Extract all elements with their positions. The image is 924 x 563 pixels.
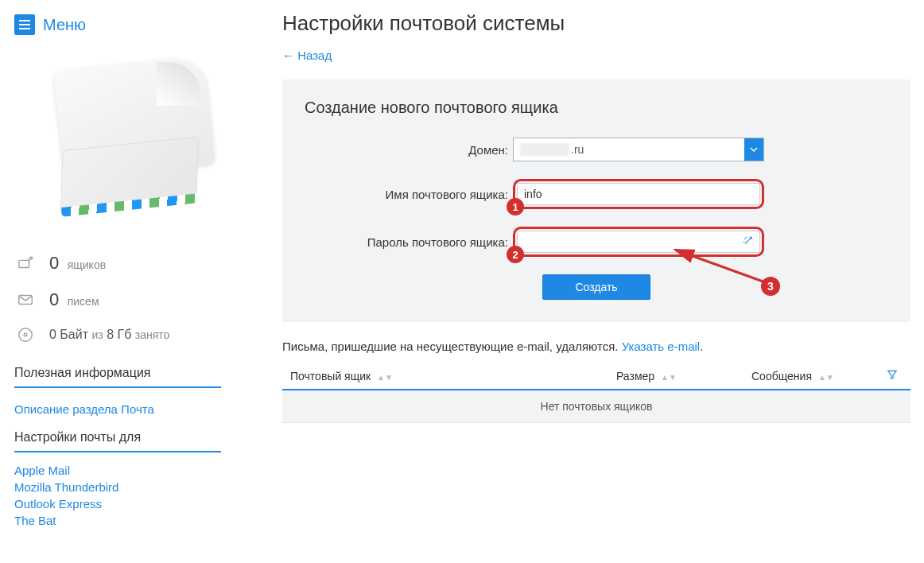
specify-email-link[interactable]: Указать e-mail	[622, 340, 701, 353]
link-mail-description[interactable]: Описание раздела Почта	[14, 388, 245, 416]
annotation-badge-1: 1	[507, 198, 524, 215]
stat-mailboxes: 0 ящиков	[14, 245, 245, 282]
letters-count: 0	[49, 289, 59, 309]
svg-rect-0	[19, 260, 29, 267]
col-mailbox[interactable]: Почтовый ящик ▲▼	[282, 363, 608, 390]
create-mailbox-panel: Создание нового почтового ящика Домен: .…	[282, 80, 910, 322]
sort-icon: ▲▼	[661, 373, 677, 382]
envelope-icon	[14, 291, 37, 309]
mailbox-password-input[interactable]	[517, 231, 760, 253]
hamburger-icon	[14, 14, 35, 35]
mailboxes-table: Почтовый ящик ▲▼ Размер ▲▼ Сообщения ▲▼	[282, 363, 910, 423]
link-client-thunderbird[interactable]: Mozilla Thunderbird	[14, 477, 245, 494]
table-empty-row: Нет почтовых ящиков	[282, 390, 910, 423]
link-client-the-bat[interactable]: The Bat	[14, 511, 245, 527]
storage-suffix: занято	[135, 328, 170, 341]
menu-label: Меню	[43, 16, 86, 34]
stat-letters: 0 писем	[14, 282, 245, 318]
mailbox-name-label: Имя почтового ящика:	[305, 188, 513, 201]
storage-total: 8 Гб	[107, 328, 131, 341]
annotation-badge-3: 3	[761, 277, 780, 296]
letters-unit: писем	[68, 295, 99, 308]
mail-illustration	[38, 64, 221, 231]
generate-password-icon[interactable]	[743, 235, 754, 249]
svg-point-4	[24, 333, 27, 336]
create-button[interactable]: Создать	[542, 274, 650, 300]
sort-icon: ▲▼	[377, 373, 393, 382]
note-prefix: Письма, пришедшие на несуществующие e-ma…	[282, 340, 622, 353]
sort-icon: ▲▼	[818, 373, 834, 382]
domain-select[interactable]: .ru	[513, 138, 764, 161]
col-messages[interactable]: Сообщения ▲▼	[743, 363, 879, 390]
storage-used: 0 Байт	[49, 328, 88, 341]
col-messages-label: Сообщения	[751, 370, 812, 382]
mailboxes-count: 0	[49, 253, 59, 273]
menu-button[interactable]: Меню	[14, 14, 245, 35]
storage-of: из	[91, 328, 103, 341]
col-size[interactable]: Размер ▲▼	[608, 363, 743, 390]
empty-message: Нет почтовых ящиков	[282, 390, 910, 423]
domain-suffix: .ru	[571, 143, 584, 156]
svg-point-3	[19, 328, 33, 342]
filter-button[interactable]	[879, 363, 910, 390]
funnel-icon	[887, 370, 898, 382]
link-client-apple-mail[interactable]: Apple Mail	[14, 452, 245, 477]
link-client-outlook-express[interactable]: Outlook Express	[14, 494, 245, 511]
page-title: Настройки почтовой системы	[282, 11, 910, 36]
annotation-outline-2: 2	[513, 227, 764, 257]
info-heading: Полезная информация	[14, 358, 221, 388]
svg-point-1	[30, 257, 33, 259]
col-mailbox-label: Почтовый ящик	[290, 370, 371, 382]
mailbox-password-label: Пароль почтового ящика:	[305, 235, 513, 249]
catch-all-note: Письма, пришедшие на несуществующие e-ma…	[282, 340, 910, 353]
back-link[interactable]: ← Назад	[282, 49, 332, 62]
mailbox-icon	[14, 254, 37, 272]
domain-label: Домен:	[305, 143, 513, 157]
panel-title: Создание нового почтового ящика	[305, 99, 888, 117]
domain-blurred-part	[520, 143, 569, 156]
disk-icon	[14, 326, 37, 344]
svg-rect-2	[19, 296, 33, 305]
note-suffix: .	[700, 340, 703, 353]
chevron-down-icon	[744, 138, 763, 161]
mailboxes-unit: ящиков	[68, 258, 106, 271]
col-size-label: Размер	[616, 370, 654, 382]
clients-heading: Настройки почты для	[14, 422, 221, 452]
mailbox-name-input[interactable]	[517, 183, 760, 205]
annotation-outline-1: 1	[513, 179, 764, 209]
stat-storage: 0 Байт из 8 Гб занято	[14, 318, 245, 351]
annotation-badge-2: 2	[507, 246, 524, 263]
